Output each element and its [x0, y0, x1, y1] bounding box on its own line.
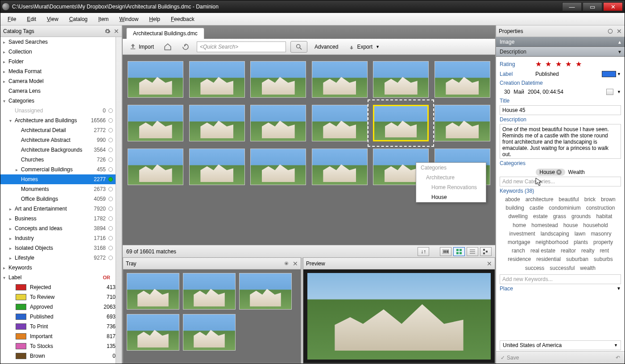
menu-view[interactable]: View	[42, 14, 63, 24]
add-categories-input[interactable]: Add new Categories...	[500, 177, 621, 186]
keyword-successful[interactable]: successful	[547, 264, 577, 273]
tray-thumbnail[interactable]	[183, 273, 236, 310]
thumbnail[interactable]	[128, 61, 183, 98]
menu-catalog[interactable]: Catalog	[65, 14, 92, 24]
menu-edit[interactable]: Edit	[22, 14, 41, 24]
tree-item-office-buildings[interactable]: Office Buildings4059	[0, 194, 116, 204]
tree-item-commercial-buildings[interactable]: ▸Commercial Buildings455	[0, 165, 116, 174]
keyword-success[interactable]: success	[522, 264, 547, 273]
gear-icon[interactable]	[607, 28, 614, 35]
keyword-property[interactable]: property	[591, 238, 616, 247]
category-chip-house[interactable]: House✕	[536, 169, 565, 176]
advanced-link[interactable]: Advanced	[312, 42, 341, 51]
thumbnail[interactable]	[128, 105, 183, 141]
label-to-stocks[interactable]: To Stocks135	[0, 341, 116, 351]
keyword-residential[interactable]: residential	[534, 255, 563, 264]
tree-item-camera-model[interactable]: ▸Camera Model	[0, 76, 116, 86]
keyword-building[interactable]: building	[503, 204, 527, 212]
keyword-construction[interactable]: construction	[584, 204, 618, 212]
tree-item-concepts-and-ideas[interactable]: ▸Concepts and Ideas3894	[0, 223, 116, 233]
tray-thumbnail[interactable]	[127, 314, 179, 351]
tree-item-isolated-objects[interactable]: ▸Isolated Objects3168	[0, 243, 116, 253]
keyword-beautiful[interactable]: beautiful	[556, 195, 581, 204]
keyword-neighborhood[interactable]: neighborhood	[533, 238, 571, 247]
search-button[interactable]	[290, 41, 307, 53]
menu-help[interactable]: Help	[145, 14, 165, 24]
calendar-icon[interactable]	[606, 89, 613, 95]
thumbnail[interactable]	[312, 61, 368, 98]
close-icon[interactable]: ✕	[617, 28, 622, 35]
keyword-residence[interactable]: residence	[505, 255, 534, 264]
tree-item-architecture-abstract[interactable]: Architecture Abstract990	[0, 135, 116, 145]
close-button[interactable]: ✕	[603, 2, 623, 11]
thumbnail[interactable]	[312, 149, 368, 185]
undo-icon[interactable]: ↶	[616, 355, 620, 361]
thumbnail[interactable]	[435, 61, 490, 98]
chevron-down-icon[interactable]: ▼	[617, 72, 621, 76]
keyword-mortgage[interactable]: mortgage	[505, 238, 533, 247]
keyword-masonry[interactable]: masonry	[588, 230, 614, 238]
search-input[interactable]: <Quick Search>	[197, 41, 286, 52]
keyword-grass[interactable]: grass	[550, 212, 569, 221]
label-to-print[interactable]: To Print736	[0, 322, 116, 331]
tree-item-lifestyle[interactable]: ▸Lifestyle9272	[0, 253, 116, 263]
title-field[interactable]: House 45	[500, 105, 621, 115]
label-swatch[interactable]	[602, 71, 616, 77]
keyword-estate[interactable]: estate	[530, 212, 550, 221]
ctx-item-architecture[interactable]: Architecture	[416, 173, 486, 182]
keyword-brick[interactable]: brick	[582, 195, 598, 204]
keyword-condominium[interactable]: condominium	[546, 204, 583, 212]
label-important[interactable]: Important817	[0, 331, 116, 341]
catalog-tab[interactable]: Architectural Buildings.dmc	[126, 28, 204, 39]
description-field[interactable]: One of the most beautiful house I have s…	[500, 124, 621, 159]
keyword-rent[interactable]: rent	[597, 247, 612, 255]
keyword-suburbs[interactable]: suburbs	[591, 255, 616, 264]
label-to-review[interactable]: To Review710	[0, 292, 116, 302]
tree-item-collection[interactable]: ▸Collection	[0, 47, 116, 57]
keyword-real-estate[interactable]: real estate	[528, 247, 558, 255]
section-image[interactable]: Image▴	[496, 37, 625, 47]
gear-icon[interactable]	[283, 260, 290, 267]
thumbnail[interactable]	[189, 105, 245, 141]
label-approved[interactable]: Approved2063	[0, 302, 116, 312]
thumbnail[interactable]	[312, 105, 368, 141]
ctx-item-house[interactable]: House	[416, 192, 486, 202]
tree-item-churches[interactable]: Churches726	[0, 155, 116, 165]
tree-item-industry[interactable]: ▸Industry1716	[0, 233, 116, 243]
ctx-item-renovations[interactable]: Home Renovations	[416, 182, 486, 192]
tree-item-saved-searches[interactable]: ▸Saved Searches	[0, 37, 116, 47]
keyword-grounds[interactable]: grounds	[569, 212, 593, 221]
gear-icon[interactable]	[104, 28, 111, 35]
tree-item-label[interactable]: ▾LabelOR	[0, 273, 116, 282]
menu-item[interactable]: Item	[94, 14, 113, 24]
minimize-button[interactable]: —	[562, 2, 582, 11]
keyword-brown[interactable]: brown	[598, 195, 618, 204]
keyword-wealth[interactable]: wealth	[577, 264, 598, 273]
rating-stars[interactable]: ★ ★ ★ ★ ★	[535, 60, 583, 68]
tag-tree[interactable]: ▸Saved Searches▸Collection▸Folder▸Media …	[0, 37, 116, 364]
menu-file[interactable]: File	[3, 14, 21, 24]
scrollbar[interactable]	[116, 37, 122, 364]
thumbnail[interactable]	[435, 105, 490, 141]
category-wealth[interactable]: Wealth	[568, 169, 585, 175]
tree-item-monuments[interactable]: Monuments2673	[0, 184, 116, 194]
export-button[interactable]: Export ▼	[345, 42, 382, 52]
chevron-down-icon[interactable]: ▼	[617, 286, 621, 291]
import-button[interactable]: Import	[126, 41, 157, 52]
menu-feedback[interactable]: Feedback	[166, 14, 199, 24]
menu-window[interactable]: Window	[115, 14, 143, 24]
tree-item-architectural-detail[interactable]: Architectural Detail2772	[0, 125, 116, 135]
home-button[interactable]	[161, 41, 174, 52]
tree-item-keywords[interactable]: ▸Keywords	[0, 263, 116, 273]
sort-button[interactable]: ↓↑	[418, 247, 429, 256]
keyword-abode[interactable]: abode	[502, 195, 522, 204]
keyword-ranch[interactable]: ranch	[509, 247, 528, 255]
keyword-dwelling[interactable]: dwelling	[506, 212, 530, 221]
label-published[interactable]: Published693	[0, 312, 116, 322]
tree-item-camera-lens[interactable]: Camera Lens	[0, 86, 116, 96]
keyword-investment[interactable]: investment	[507, 230, 538, 238]
section-description[interactable]: Description▾	[496, 47, 625, 57]
keyword-castle[interactable]: castle	[527, 204, 546, 212]
thumbnail[interactable]	[189, 61, 245, 98]
chevron-down-icon[interactable]: ▼	[617, 90, 621, 94]
